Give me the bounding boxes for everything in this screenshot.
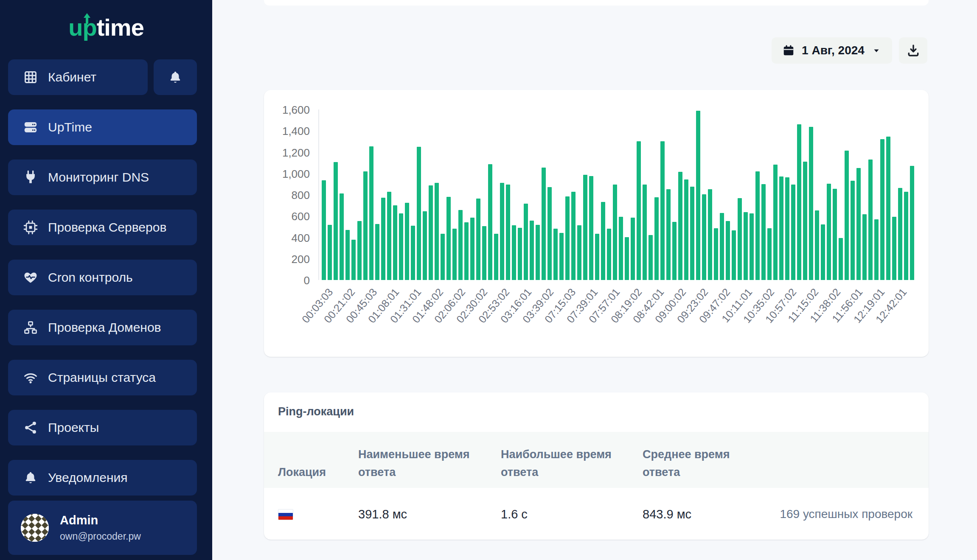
- chart-bar: [714, 228, 718, 280]
- chart-bar: [845, 151, 849, 280]
- chart-bar: [851, 181, 855, 280]
- chart-bar: [649, 235, 653, 280]
- cpu-icon: [23, 220, 38, 235]
- chart-bar: [458, 210, 463, 280]
- chart-bar: [571, 192, 576, 280]
- chart-bar: [351, 240, 356, 280]
- chart-bar: [607, 229, 611, 280]
- chart-bar: [488, 164, 492, 280]
- chart-bar: [892, 217, 896, 280]
- bell-icon: [23, 470, 38, 485]
- max-response-value: 1.6 с: [501, 507, 528, 521]
- chart-bar: [666, 189, 671, 280]
- logo-text-up: up: [68, 14, 96, 41]
- plug-icon: [23, 170, 38, 185]
- chart-bar: [435, 183, 439, 280]
- chart-bar: [399, 213, 403, 280]
- chart-bar: [512, 225, 516, 280]
- chart-bar: [506, 185, 510, 280]
- chart-bar: [405, 203, 409, 280]
- chart-bar: [452, 229, 457, 280]
- flag-stripe: [278, 516, 293, 520]
- table-row: 391.8 мс 1.6 с 843.9 мс 169 успешных про…: [264, 488, 929, 540]
- wifi-icon: [23, 370, 38, 385]
- chart-bar: [809, 127, 813, 280]
- sidebar-item-страницы-статуса[interactable]: Страницы статуса: [8, 360, 197, 395]
- sidebar-item-label: Уведомления: [48, 470, 128, 485]
- chart-bar: [369, 146, 373, 280]
- date-picker-button[interactable]: 1 Авг, 2024: [772, 37, 892, 64]
- response-time-chart-card: 02004006008001,0001,2001,4001,600 00:03:…: [264, 90, 929, 357]
- chart-bar: [357, 221, 362, 280]
- chart-bar: [417, 147, 421, 280]
- chart-bar: [393, 205, 397, 280]
- up-down-arrow-icon: [81, 7, 93, 34]
- sidebar-item-label: Кабинет: [48, 70, 96, 84]
- grid-icon: [23, 70, 38, 84]
- chart-bar: [732, 230, 736, 280]
- chart-bar: [720, 213, 724, 280]
- chart-bar: [429, 185, 433, 280]
- column-header-min-response: Наименьшее время ответа: [358, 445, 477, 481]
- chart-bar: [441, 234, 445, 280]
- chart-bar: [886, 137, 890, 280]
- download-icon: [907, 44, 920, 57]
- chart-bar: [542, 168, 546, 280]
- ping-locations-title: Ping-локации: [278, 405, 354, 418]
- chart-bar: [595, 234, 599, 280]
- sidebar-item-проверка-серверов[interactable]: Проверка Серверов: [8, 210, 197, 245]
- chart-bar: [750, 213, 754, 280]
- chart-bar: [797, 124, 801, 280]
- sidebar-item-label: Проекты: [48, 420, 99, 435]
- chart-bar: [334, 162, 338, 280]
- y-axis-tick-label: 200: [264, 253, 310, 266]
- chart-bar: [500, 183, 504, 280]
- user-name: Admin: [60, 513, 141, 527]
- chart-bar: [530, 221, 534, 280]
- chart-bar: [785, 177, 789, 280]
- logo-text-time: time: [97, 14, 144, 41]
- chart-bar: [862, 214, 867, 280]
- bell-icon: [168, 70, 182, 84]
- y-axis-tick-label: 600: [264, 210, 310, 223]
- chart-bar: [839, 238, 843, 280]
- chart-bar: [898, 188, 902, 280]
- sidebar-item-проверка-доменов[interactable]: Проверка Доменов: [8, 310, 197, 345]
- app-logo: up time: [0, 10, 212, 44]
- toolbar: 1 Авг, 2024: [772, 37, 927, 64]
- chart-bar: [696, 111, 700, 280]
- chart-bar: [637, 141, 641, 280]
- min-response-value: 391.8 мс: [358, 507, 407, 521]
- chart-bar: [589, 176, 593, 280]
- sidebar-item-label: Мониторинг DNS: [48, 170, 149, 185]
- sidebar-item-кабинет[interactable]: Кабинет: [8, 59, 148, 95]
- chart-bar: [654, 197, 659, 280]
- sidebar-item-cron-контроль[interactable]: Cron контроль: [8, 260, 197, 295]
- sidebar-item-label: Проверка Доменов: [48, 320, 161, 335]
- chart-bar: [868, 160, 873, 280]
- chart-bar: [601, 202, 605, 280]
- caret-down-icon: [871, 45, 882, 56]
- scrolled-card-edge: [264, 0, 929, 6]
- download-button[interactable]: [899, 37, 927, 64]
- chart-bar: [702, 194, 706, 280]
- chart-bar: [536, 225, 540, 280]
- chart-bar: [375, 224, 379, 280]
- chart-bar: [833, 189, 837, 280]
- calendar-icon: [782, 44, 795, 57]
- sidebar-item-uptime[interactable]: UpTime: [8, 109, 197, 145]
- chart-bar: [738, 198, 742, 280]
- chart-bar: [328, 225, 332, 280]
- user-card[interactable]: Admin own@procoder.pw: [8, 501, 197, 555]
- sidebar-item-проекты[interactable]: Проекты: [8, 410, 197, 445]
- heart-pulse-icon: [23, 270, 38, 285]
- ping-locations-card: Ping-локации Локация Наименьшее время от…: [264, 392, 929, 540]
- chart-bar: [494, 234, 498, 280]
- chart-bar: [684, 179, 688, 280]
- chart-bar: [744, 212, 748, 280]
- sidebar-item-мониторинг-dns[interactable]: Мониторинг DNS: [8, 160, 197, 195]
- chart-bar: [446, 197, 451, 280]
- sidebar-item-уведомления[interactable]: Уведомления: [8, 460, 197, 496]
- share-icon: [23, 420, 38, 435]
- notifications-bell-button[interactable]: [154, 59, 197, 95]
